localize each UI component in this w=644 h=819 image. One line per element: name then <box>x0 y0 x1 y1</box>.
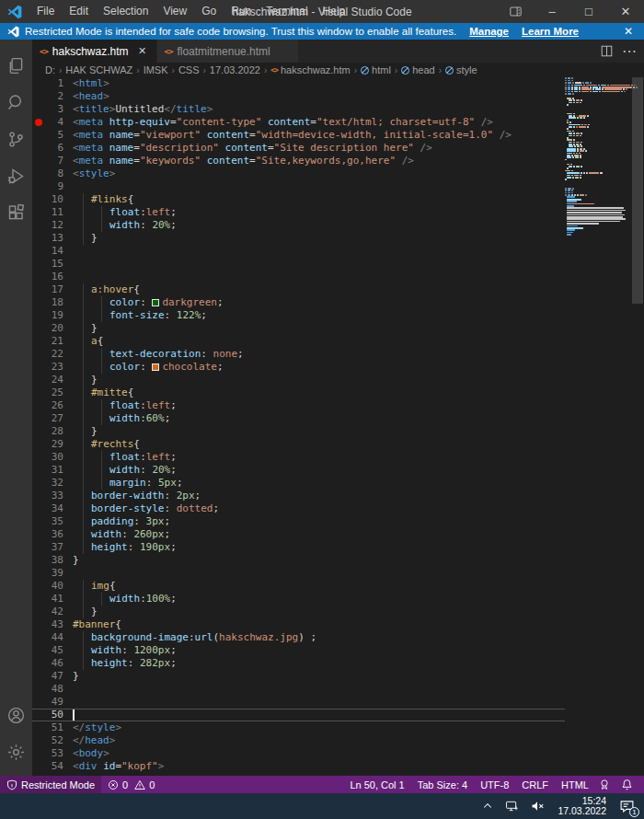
code-line-11[interactable]: 11float:left; <box>32 206 565 219</box>
tab-hakschwaz.htm[interactable]: <>hakschwaz.htm✕ <box>32 40 157 63</box>
glyph-margin[interactable] <box>32 709 45 721</box>
hidden-icons-chevron-icon[interactable] <box>477 793 499 819</box>
learn-more-link[interactable]: Learn More <box>522 26 579 37</box>
network-icon[interactable] <box>499 793 524 819</box>
code-line-41[interactable]: 41width:100%; <box>32 593 565 606</box>
glyph-margin[interactable] <box>32 232 45 245</box>
code-line-28[interactable]: 28} <box>32 425 565 438</box>
code-line-33[interactable]: 33border-width: 2px; <box>32 490 565 502</box>
code-line-46[interactable]: 46height: 282px; <box>32 657 565 670</box>
menu-selection[interactable]: Selection <box>96 0 155 23</box>
code-line-22[interactable]: 22text-decoration: none; <box>32 348 565 361</box>
code-line-29[interactable]: 29#rechts{ <box>32 438 565 451</box>
glyph-margin[interactable] <box>32 580 45 593</box>
glyph-margin[interactable] <box>32 502 45 515</box>
menu-help[interactable]: Help <box>316 0 353 23</box>
glyph-margin[interactable] <box>32 335 45 348</box>
scrollbar-thumb[interactable] <box>632 77 643 304</box>
glyph-margin[interactable] <box>32 528 45 541</box>
code-line-2[interactable]: 2<head> <box>32 90 565 103</box>
glyph-margin[interactable] <box>32 206 45 219</box>
search-icon[interactable] <box>0 84 32 121</box>
code-line-49[interactable]: 49 <box>32 696 565 709</box>
glyph-margin[interactable] <box>32 77 45 90</box>
code-line-34[interactable]: 34border-style: dotted; <box>32 502 565 515</box>
code-line-45[interactable]: 45width: 1200px; <box>32 644 565 657</box>
code-line-26[interactable]: 26float:left; <box>32 399 565 412</box>
glyph-margin[interactable] <box>32 361 45 374</box>
breadcrumb-item-head[interactable]: ›head <box>391 64 435 75</box>
menu-go[interactable]: Go <box>194 0 224 23</box>
more-actions-icon[interactable]: ⋯ <box>622 42 637 60</box>
glyph-margin[interactable] <box>32 193 45 206</box>
code-line-23[interactable]: 23color: chocolate; <box>32 361 565 374</box>
code-line-37[interactable]: 37height: 190px; <box>32 541 565 554</box>
code-line-24[interactable]: 24} <box>32 374 565 386</box>
glyph-margin[interactable] <box>32 258 45 271</box>
glyph-margin[interactable] <box>32 554 45 567</box>
account-icon[interactable] <box>0 697 32 733</box>
code-line-51[interactable]: 51</style> <box>32 721 565 734</box>
encoding-status[interactable]: UTF-8 <box>474 776 515 793</box>
code-line-35[interactable]: 35padding: 3px; <box>32 515 565 528</box>
code-line-42[interactable]: 42} <box>32 606 565 618</box>
code-line-16[interactable]: 16 <box>32 271 565 283</box>
glyph-margin[interactable] <box>32 567 45 580</box>
code-editor[interactable]: 1<html>2<head>3<title>Untitled</title>4<… <box>32 77 644 776</box>
explorer-icon[interactable] <box>0 47 32 84</box>
glyph-margin[interactable] <box>32 541 45 554</box>
code-line-48[interactable]: 48 <box>32 683 565 696</box>
glyph-margin[interactable] <box>32 129 45 142</box>
glyph-margin[interactable] <box>32 386 45 399</box>
code-line-47[interactable]: 47} <box>32 670 565 683</box>
code-line-20[interactable]: 20} <box>32 322 565 335</box>
glyph-margin[interactable] <box>32 760 45 773</box>
code-line-21[interactable]: 21a{ <box>32 335 565 348</box>
glyph-margin[interactable] <box>32 515 45 528</box>
breakpoint-icon[interactable] <box>32 116 45 129</box>
code-line-9[interactable]: 9 <box>32 180 565 193</box>
code-line-17[interactable]: 17a:hover{ <box>32 283 565 296</box>
maximize-button[interactable]: □ <box>570 0 607 23</box>
glyph-margin[interactable] <box>32 644 45 657</box>
code-line-53[interactable]: 53<body> <box>32 747 565 760</box>
glyph-margin[interactable] <box>32 399 45 412</box>
close-window-button[interactable]: ✕ <box>607 0 644 23</box>
code-line-52[interactable]: 52</head> <box>32 734 565 747</box>
glyph-margin[interactable] <box>32 103 45 116</box>
code-line-31[interactable]: 31width: 20%; <box>32 464 565 477</box>
glyph-margin[interactable] <box>32 683 45 696</box>
breadcrumb-item-style[interactable]: ›style <box>435 64 477 75</box>
breadcrumb-item-hakschwaz-htm[interactable]: ›<>hakschwaz.htm <box>260 64 351 75</box>
breadcrumb-item-hak-schwaz[interactable]: ›HAK SCHWAZ <box>55 64 132 75</box>
code-line-19[interactable]: 19font-size: 122%; <box>32 309 565 322</box>
glyph-margin[interactable] <box>32 451 45 464</box>
glyph-margin[interactable] <box>32 245 45 258</box>
code-line-3[interactable]: 3<title>Untitled</title> <box>32 103 565 116</box>
glyph-margin[interactable] <box>32 348 45 361</box>
minimize-button[interactable]: – <box>534 0 570 23</box>
code-line-50[interactable]: 50 <box>32 709 565 721</box>
code-line-6[interactable]: 6<meta name="description" content="Site … <box>32 142 565 155</box>
glyph-margin[interactable] <box>32 721 45 734</box>
glyph-margin[interactable] <box>32 438 45 451</box>
tab-size-status[interactable]: Tab Size: 4 <box>411 776 474 793</box>
run-debug-icon[interactable] <box>0 157 32 194</box>
code-line-39[interactable]: 39 <box>32 567 565 580</box>
menu-terminal[interactable]: Terminal <box>259 0 315 23</box>
cursor-position-status[interactable]: Ln 50, Col 1 <box>343 776 410 793</box>
glyph-margin[interactable] <box>32 631 45 644</box>
code-line-18[interactable]: 18color: darkgreen; <box>32 296 565 309</box>
code-line-4[interactable]: 4<meta http-equiv="content-type" content… <box>32 116 565 129</box>
code-line-5[interactable]: 5<meta name="viewport" content="width=de… <box>32 129 565 142</box>
code-line-38[interactable]: 38} <box>32 554 565 567</box>
glyph-margin[interactable] <box>32 464 45 477</box>
breadcrumb-item-d-[interactable]: D: <box>45 64 55 75</box>
glyph-margin[interactable] <box>32 747 45 760</box>
glyph-margin[interactable] <box>32 219 45 232</box>
code-line-13[interactable]: 13} <box>32 232 565 245</box>
breadcrumb-item-html[interactable]: ›html <box>351 64 391 75</box>
glyph-margin[interactable] <box>32 296 45 309</box>
code-line-54[interactable]: 54<div id="kopf"> <box>32 760 565 773</box>
code-line-1[interactable]: 1<html> <box>32 77 565 90</box>
